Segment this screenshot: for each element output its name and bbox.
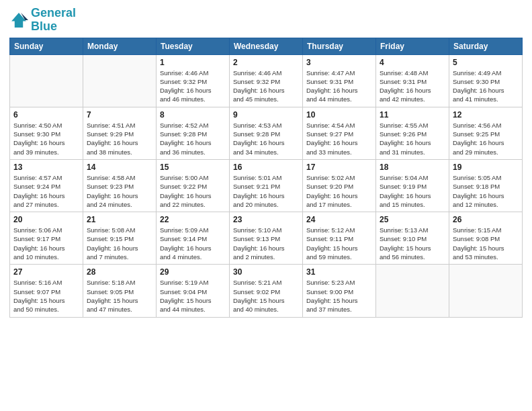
- svg-marker-0: [11, 13, 26, 28]
- day-info: Sunrise: 5:04 AM Sunset: 9:19 PM Dayligh…: [380, 173, 445, 209]
- calendar-cell: [10, 54, 83, 107]
- week-row-5: 27Sunrise: 5:16 AM Sunset: 9:07 PM Dayli…: [10, 265, 523, 317]
- day-info: Sunrise: 4:54 AM Sunset: 9:27 PM Dayligh…: [306, 121, 372, 156]
- week-row-1: 1Sunrise: 4:46 AM Sunset: 9:32 PM Daylig…: [10, 54, 523, 107]
- day-info: Sunrise: 4:48 AM Sunset: 9:31 PM Dayligh…: [380, 68, 445, 104]
- calendar-cell: 4Sunrise: 4:48 AM Sunset: 9:31 PM Daylig…: [376, 54, 449, 107]
- calendar-table: SundayMondayTuesdayWednesdayThursdayFrid…: [9, 38, 523, 318]
- calendar-dow-friday: Friday: [376, 38, 449, 54]
- day-info: Sunrise: 4:53 AM Sunset: 9:28 PM Dayligh…: [233, 121, 299, 156]
- day-number: 23: [233, 215, 299, 224]
- day-number: 18: [380, 163, 445, 172]
- day-number: 8: [160, 110, 226, 120]
- calendar-cell: 31Sunrise: 5:23 AM Sunset: 9:00 PM Dayli…: [303, 265, 376, 317]
- day-number: 13: [13, 163, 79, 172]
- day-number: 31: [306, 267, 372, 277]
- logo-icon: [9, 11, 28, 30]
- day-number: 30: [233, 267, 299, 277]
- calendar-cell: 25Sunrise: 5:13 AM Sunset: 9:10 PM Dayli…: [376, 212, 449, 265]
- calendar-cell: 27Sunrise: 5:16 AM Sunset: 9:07 PM Dayli…: [10, 265, 83, 317]
- day-info: Sunrise: 5:00 AM Sunset: 9:22 PM Dayligh…: [160, 173, 226, 209]
- day-number: 11: [380, 110, 445, 120]
- calendar-dow-thursday: Thursday: [303, 38, 376, 54]
- day-info: Sunrise: 5:13 AM Sunset: 9:10 PM Dayligh…: [380, 226, 445, 261]
- day-info: Sunrise: 5:16 AM Sunset: 9:07 PM Dayligh…: [13, 278, 79, 314]
- day-number: 27: [13, 267, 79, 277]
- calendar-cell: [449, 265, 523, 317]
- calendar-cell: [83, 54, 157, 107]
- calendar-cell: 7Sunrise: 4:51 AM Sunset: 9:29 PM Daylig…: [83, 107, 157, 159]
- day-info: Sunrise: 5:23 AM Sunset: 9:00 PM Dayligh…: [306, 278, 372, 314]
- calendar-cell: 9Sunrise: 4:53 AM Sunset: 9:28 PM Daylig…: [230, 107, 303, 159]
- day-number: 10: [306, 110, 372, 120]
- calendar-cell: 14Sunrise: 4:58 AM Sunset: 9:23 PM Dayli…: [83, 159, 157, 212]
- day-info: Sunrise: 5:15 AM Sunset: 9:08 PM Dayligh…: [453, 226, 519, 261]
- calendar-cell: 13Sunrise: 4:57 AM Sunset: 9:24 PM Dayli…: [10, 159, 83, 212]
- day-info: Sunrise: 5:12 AM Sunset: 9:11 PM Dayligh…: [306, 226, 372, 261]
- calendar-cell: 24Sunrise: 5:12 AM Sunset: 9:11 PM Dayli…: [303, 212, 376, 265]
- day-info: Sunrise: 4:57 AM Sunset: 9:24 PM Dayligh…: [13, 173, 79, 209]
- day-number: 16: [233, 163, 299, 172]
- calendar-cell: 10Sunrise: 4:54 AM Sunset: 9:27 PM Dayli…: [303, 107, 376, 159]
- calendar-cell: 18Sunrise: 5:04 AM Sunset: 9:19 PM Dayli…: [376, 159, 449, 212]
- day-number: 19: [453, 163, 519, 172]
- day-info: Sunrise: 5:21 AM Sunset: 9:02 PM Dayligh…: [233, 278, 299, 314]
- day-info: Sunrise: 5:09 AM Sunset: 9:14 PM Dayligh…: [160, 226, 226, 261]
- day-number: 4: [380, 58, 445, 67]
- calendar-dow-saturday: Saturday: [449, 38, 523, 54]
- day-info: Sunrise: 4:46 AM Sunset: 9:32 PM Dayligh…: [233, 68, 299, 104]
- day-info: Sunrise: 4:49 AM Sunset: 9:30 PM Dayligh…: [453, 68, 519, 104]
- day-number: 21: [87, 215, 152, 224]
- calendar-cell: 17Sunrise: 5:02 AM Sunset: 9:20 PM Dayli…: [303, 159, 376, 212]
- day-info: Sunrise: 4:52 AM Sunset: 9:28 PM Dayligh…: [160, 121, 226, 156]
- day-info: Sunrise: 4:47 AM Sunset: 9:31 PM Dayligh…: [306, 68, 372, 104]
- calendar-cell: 11Sunrise: 4:55 AM Sunset: 9:26 PM Dayli…: [376, 107, 449, 159]
- calendar-dow-tuesday: Tuesday: [157, 38, 230, 54]
- day-info: Sunrise: 4:46 AM Sunset: 9:32 PM Dayligh…: [160, 68, 226, 104]
- day-info: Sunrise: 5:18 AM Sunset: 9:05 PM Dayligh…: [87, 278, 152, 314]
- day-number: 17: [306, 163, 372, 172]
- calendar-cell: 16Sunrise: 5:01 AM Sunset: 9:21 PM Dayli…: [230, 159, 303, 212]
- calendar-cell: 1Sunrise: 4:46 AM Sunset: 9:32 PM Daylig…: [157, 54, 230, 107]
- calendar-cell: 29Sunrise: 5:19 AM Sunset: 9:04 PM Dayli…: [157, 265, 230, 317]
- day-number: 5: [453, 58, 519, 67]
- calendar-dow-sunday: Sunday: [10, 38, 83, 54]
- week-row-3: 13Sunrise: 4:57 AM Sunset: 9:24 PM Dayli…: [10, 159, 523, 212]
- calendar-header-row: SundayMondayTuesdayWednesdayThursdayFrid…: [10, 38, 523, 54]
- day-info: Sunrise: 4:55 AM Sunset: 9:26 PM Dayligh…: [380, 121, 445, 156]
- day-number: 15: [160, 163, 226, 172]
- day-info: Sunrise: 5:08 AM Sunset: 9:15 PM Dayligh…: [87, 226, 152, 261]
- day-number: 26: [453, 215, 519, 224]
- day-number: 22: [160, 215, 226, 224]
- day-info: Sunrise: 5:02 AM Sunset: 9:20 PM Dayligh…: [306, 173, 372, 209]
- calendar-cell: 21Sunrise: 5:08 AM Sunset: 9:15 PM Dayli…: [83, 212, 157, 265]
- day-info: Sunrise: 5:05 AM Sunset: 9:18 PM Dayligh…: [453, 173, 519, 209]
- calendar-cell: 19Sunrise: 5:05 AM Sunset: 9:18 PM Dayli…: [449, 159, 523, 212]
- day-info: Sunrise: 4:58 AM Sunset: 9:23 PM Dayligh…: [87, 173, 152, 209]
- calendar-cell: 26Sunrise: 5:15 AM Sunset: 9:08 PM Dayli…: [449, 212, 523, 265]
- calendar-cell: 22Sunrise: 5:09 AM Sunset: 9:14 PM Dayli…: [157, 212, 230, 265]
- day-info: Sunrise: 5:10 AM Sunset: 9:13 PM Dayligh…: [233, 226, 299, 261]
- day-number: 12: [453, 110, 519, 120]
- day-number: 2: [233, 58, 299, 67]
- logo: General Blue: [9, 7, 76, 34]
- day-info: Sunrise: 5:01 AM Sunset: 9:21 PM Dayligh…: [233, 173, 299, 209]
- calendar-cell: 30Sunrise: 5:21 AM Sunset: 9:02 PM Dayli…: [230, 265, 303, 317]
- calendar-dow-monday: Monday: [83, 38, 157, 54]
- day-number: 9: [233, 110, 299, 120]
- day-number: 14: [87, 163, 152, 172]
- calendar-cell: 12Sunrise: 4:56 AM Sunset: 9:25 PM Dayli…: [449, 107, 523, 159]
- calendar-cell: 23Sunrise: 5:10 AM Sunset: 9:13 PM Dayli…: [230, 212, 303, 265]
- calendar-dow-wednesday: Wednesday: [230, 38, 303, 54]
- day-info: Sunrise: 4:51 AM Sunset: 9:29 PM Dayligh…: [87, 121, 152, 156]
- calendar-cell: [376, 265, 449, 317]
- logo-text: General Blue: [31, 7, 76, 34]
- day-number: 20: [13, 215, 79, 224]
- calendar-cell: 5Sunrise: 4:49 AM Sunset: 9:30 PM Daylig…: [449, 54, 523, 107]
- day-number: 1: [160, 58, 226, 67]
- day-number: 25: [380, 215, 445, 224]
- day-number: 3: [306, 58, 372, 67]
- calendar-cell: 8Sunrise: 4:52 AM Sunset: 9:28 PM Daylig…: [157, 107, 230, 159]
- calendar-cell: 20Sunrise: 5:06 AM Sunset: 9:17 PM Dayli…: [10, 212, 83, 265]
- day-info: Sunrise: 4:50 AM Sunset: 9:30 PM Dayligh…: [13, 121, 79, 156]
